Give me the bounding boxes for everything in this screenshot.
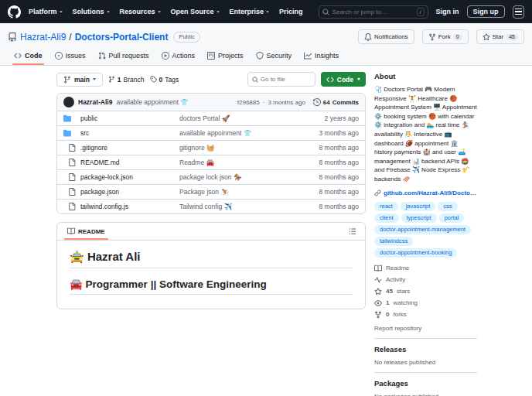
chevron-down-icon <box>93 78 96 80</box>
latest-commit-bar: Hazrat-Ali9 available appoinment 👕 f2968… <box>57 94 365 111</box>
packages-title[interactable]: Packages <box>374 379 477 387</box>
repo-meta-list: Readme Activity 45stars 1watching 0forks <box>374 265 477 319</box>
row-commit-message-link[interactable]: Readme 🚘 <box>179 159 311 166</box>
outline-icon[interactable] <box>347 226 358 237</box>
table-row[interactable]: package.json Package json ⛷️ 8 months ag… <box>57 184 365 199</box>
forks-link[interactable]: 0forks <box>374 311 477 319</box>
notifications-button[interactable]: Notifications <box>358 29 414 44</box>
branches-link[interactable]: 1Branch <box>108 76 145 84</box>
topic-tag[interactable]: doctor-appointment-management <box>374 225 471 234</box>
table-row[interactable]: tailwind.config.js Tailwind config ✈️ 8 … <box>57 199 365 213</box>
hamburger-menu-icon[interactable] <box>513 5 524 19</box>
tab-insights[interactable]: Insights <box>299 47 343 65</box>
packages-section: Packages No packages published <box>374 379 477 396</box>
topic-tag[interactable]: react <box>374 202 398 211</box>
nav-item-solutions[interactable]: Solutions <box>73 8 110 15</box>
row-commit-message-link[interactable]: package lock json 🏇 <box>179 173 311 181</box>
fork-button[interactable]: Fork 0 <box>422 29 469 44</box>
nav-item-pricing[interactable]: Pricing <box>279 8 303 15</box>
link-icon <box>374 189 381 196</box>
sign-up-button[interactable]: Sign up <box>467 5 505 18</box>
go-to-file-search[interactable] <box>247 72 315 87</box>
row-commit-message-link[interactable]: Package json ⛷️ <box>179 188 311 196</box>
nav-item-resources[interactable]: Resources <box>120 8 161 15</box>
topics-list: react javascript css client typescript p… <box>374 202 477 258</box>
slash-key-hint: / <box>417 8 425 16</box>
nav-item-open-source[interactable]: Open Source <box>171 8 220 15</box>
folder-icon <box>63 129 71 137</box>
star-count: 45 <box>506 34 518 40</box>
file-age: 8 months ago <box>311 173 359 181</box>
tab-code[interactable]: Code <box>9 47 47 65</box>
table-row[interactable]: .gitignore gitignore 🧺 8 months ago <box>57 140 365 155</box>
topic-tag[interactable]: doctor-appointment-booking <box>374 248 457 258</box>
topic-tag[interactable]: tailwindcss <box>374 237 413 246</box>
row-commit-message-link[interactable]: doctors Portal 🚀 <box>179 114 311 122</box>
table-row[interactable]: package-lock.json package lock json 🏇 8 … <box>57 169 365 184</box>
activity-link[interactable]: Activity <box>374 276 477 284</box>
nav-item-enterprise[interactable]: Enterprise <box>230 8 270 15</box>
row-commit-message-link[interactable]: Tailwind config ✈️ <box>179 203 311 210</box>
file-name-link[interactable]: package.json <box>80 188 119 196</box>
commit-history-link[interactable]: 64 Commits <box>313 98 359 106</box>
file-icon <box>68 203 76 210</box>
readme-link[interactable]: Readme <box>374 265 477 272</box>
about-title: About <box>374 72 477 80</box>
go-to-file-input[interactable] <box>261 76 311 83</box>
file-name-link[interactable]: tailwind.config.js <box>80 203 128 210</box>
file-icon <box>68 144 76 152</box>
tab-readme[interactable]: README <box>64 223 108 240</box>
table-row[interactable]: public doctors Portal 🚀 2 years ago <box>57 111 365 125</box>
github-logo-icon[interactable] <box>8 5 21 19</box>
nav-item-platform[interactable]: Platform <box>29 8 63 15</box>
readme-header: README <box>57 223 365 241</box>
tab-issues[interactable]: Issues <box>50 47 90 65</box>
file-age: 3 months ago <box>311 129 359 137</box>
tab-security[interactable]: Security <box>251 47 297 65</box>
file-name-link[interactable]: .gitignore <box>80 144 107 152</box>
readme-heading-1: 🚖 Hazrat Ali <box>70 250 353 268</box>
topic-tag[interactable]: css <box>438 202 457 211</box>
commit-message-link[interactable]: available appoinment 👕 <box>116 98 233 106</box>
file-name-link[interactable]: package-lock.json <box>80 173 133 181</box>
file-name-link[interactable]: src <box>80 129 89 137</box>
repo-owner-link[interactable]: Hazrat-Ali9 <box>20 32 66 43</box>
file-name-link[interactable]: README.md <box>80 159 120 166</box>
fork-count: 0 <box>453 34 462 40</box>
star-button[interactable]: Star 45 <box>476 29 524 44</box>
tab-projects[interactable]: Projects <box>203 47 248 65</box>
tags-link[interactable]: 0Tags <box>150 76 179 84</box>
tab-pull-requests[interactable]: Pull requests <box>94 47 154 65</box>
report-repository-link[interactable]: Report repository <box>374 325 421 332</box>
releases-title[interactable]: Releases <box>374 345 477 353</box>
code-download-button[interactable]: Code <box>321 72 366 87</box>
commit-author-link[interactable]: Hazrat-Ali9 <box>78 98 112 106</box>
row-commit-message-link[interactable]: available appoinment 👕 <box>179 129 311 137</box>
about-website-link[interactable]: github.com/Hazrat-Ali9/Doctors-Porta… <box>384 189 477 196</box>
sign-in-link[interactable]: Sign in <box>436 8 459 15</box>
search-icon <box>252 77 258 83</box>
search-input[interactable] <box>332 9 414 15</box>
stars-link[interactable]: 45stars <box>374 288 477 295</box>
avatar[interactable] <box>63 97 74 108</box>
tab-actions[interactable]: Actions <box>157 47 200 65</box>
file-name-link[interactable]: public <box>80 114 97 122</box>
topic-tag[interactable]: client <box>374 213 399 223</box>
branch-selector[interactable]: main <box>56 73 103 87</box>
folder-icon <box>63 114 71 122</box>
topic-tag[interactable]: typescript <box>401 213 437 223</box>
file-age: 2 years ago <box>311 114 359 122</box>
top-navigation: Platform Solutions Resources Open Source… <box>0 0 532 23</box>
code-toolbar: main 1Branch 0Tags Code <box>56 72 366 87</box>
repo-title-row: Hazrat-Ali9 / Doctors-Portal-Client Publ… <box>8 29 524 44</box>
watching-link[interactable]: 1watching <box>374 299 477 307</box>
commit-hash-link[interactable]: f296885 <box>237 99 260 106</box>
table-row[interactable]: src available appoinment 👕 3 months ago <box>57 125 365 140</box>
topic-tag[interactable]: javascript <box>401 202 436 211</box>
row-commit-message-link[interactable]: gitignore 🧺 <box>179 144 311 152</box>
repo-name-link[interactable]: Doctors-Portal-Client <box>75 32 169 43</box>
main-content: main 1Branch 0Tags Code <box>0 66 532 396</box>
topic-tag[interactable]: portal <box>439 213 465 223</box>
table-row[interactable]: README.md Readme 🚘 8 months ago <box>57 155 365 169</box>
global-search[interactable]: / <box>319 5 428 19</box>
